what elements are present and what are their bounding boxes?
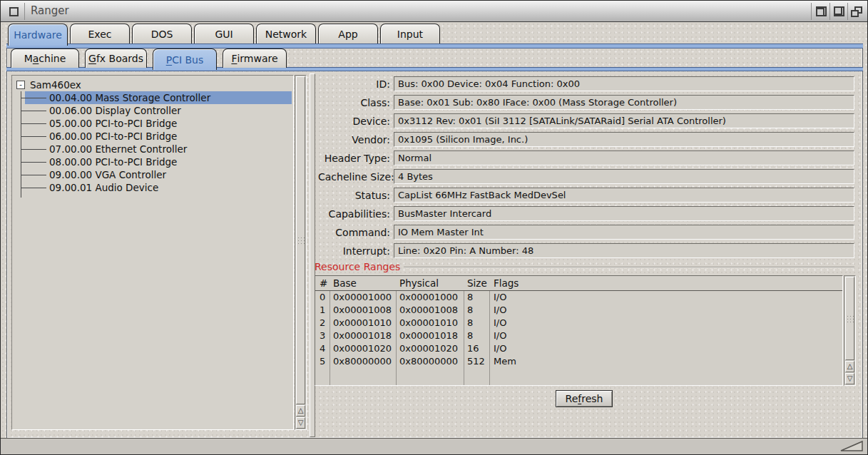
tree-scrollbar[interactable]: △ ▽ (295, 75, 307, 430)
sub-tab[interactable]: Gfx Boards (85, 48, 147, 68)
table-scrollbar[interactable]: △ ▽ (844, 275, 856, 386)
grip-dots-icon (850, 319, 851, 319)
field-label: Cacheline Size: (318, 171, 394, 183)
resource-ranges-title: Resource Ranges (315, 261, 400, 272)
tree-item[interactable]: 06.00.00 PCI-to-PCI Bridge (25, 130, 292, 143)
main-tab[interactable]: Input (380, 24, 440, 44)
field-label: Vendor: (318, 134, 394, 145)
field-value[interactable]: IO Mem Master Int (394, 225, 854, 240)
resource-ranges-group: Resource Ranges (315, 261, 854, 272)
tree-item[interactable]: 05.00.00 PCI-to-PCI Bridge (25, 117, 292, 130)
field-row: Command: IO Mem Master Int (318, 225, 854, 240)
field-value[interactable]: Normal (394, 150, 854, 165)
depth-icon (851, 6, 862, 17)
tree-item[interactable]: 00.06.00 Display Controller (25, 104, 292, 117)
titlebar-divider (811, 3, 812, 20)
main-tab[interactable]: Exec (70, 24, 130, 44)
close-gadget[interactable] (5, 4, 22, 19)
field-row: Capabilities: BusMaster Intercard (318, 206, 854, 221)
field-value[interactable]: Bus: 0x00 Device: 0x04 Function: 0x00 (394, 76, 854, 91)
column-header-flags: Flags (489, 277, 842, 289)
table-scrollbar-thumb[interactable] (845, 277, 854, 360)
tree-scrollbar-thumb[interactable] (296, 76, 305, 404)
field-row: ID: Bus: 0x00 Device: 0x04 Function: 0x0… (318, 76, 854, 91)
table-row[interactable]: 3 0x00001018 0x00001018 8 I/O (315, 329, 842, 342)
column-header-base: Base (330, 277, 396, 289)
field-label: Status: (318, 190, 394, 201)
field-label: Device: (318, 116, 394, 127)
field-value[interactable]: Line: 0x20 Pin: A Number: 48 (394, 243, 854, 258)
close-icon (9, 7, 19, 16)
main-tab[interactable]: GUI (194, 24, 254, 44)
field-label: Header Type: (318, 153, 394, 164)
field-label: Command: (318, 227, 394, 238)
zoom-icon (834, 6, 844, 16)
field-label: Interrupt: (318, 245, 394, 257)
column-divider (464, 291, 464, 385)
tree-item[interactable]: 08.00.00 PCI-to-PCI Bridge (25, 155, 292, 168)
field-row: Device: 0x3112 Rev: 0x01 (SiI 3112 [SATA… (318, 113, 854, 128)
table-row[interactable]: 4 0x00001020 0x00001020 16 I/O (315, 342, 842, 355)
window-bottom-border (1, 438, 867, 454)
tree-children: 00.04.00 Mass Storage Controller 00.06.0… (15, 91, 292, 194)
table-scroll-down-button[interactable]: ▽ (845, 373, 854, 384)
field-value[interactable]: Base: 0x01 Sub: 0x80 IFace: 0x00 (Mass S… (394, 95, 854, 110)
sub-tab-bar: Machine Gfx Boards PCI Bus Firmware (11, 48, 287, 68)
field-label: Class: (318, 97, 394, 108)
resource-ranges-table: # Base Physical Size Flags 0 0x00001000 … (315, 275, 843, 386)
table-rows: 0 0x00001000 0x00001000 8 I/O 1 0x000010… (315, 291, 842, 368)
field-value[interactable]: 4 Bytes (394, 169, 854, 184)
main-tab[interactable]: Network (256, 24, 316, 44)
column-header-number: # (315, 277, 330, 289)
table-body: 0 0x00001000 0x00001000 8 I/O 1 0x000010… (315, 291, 842, 385)
sub-tab[interactable]: Machine (11, 48, 79, 68)
zoom-gadget[interactable] (830, 4, 847, 19)
column-divider (396, 291, 397, 385)
field-label: ID: (318, 78, 394, 90)
field-value[interactable]: 0x3112 Rev: 0x01 (SiI 3112 [SATALink/SAT… (394, 113, 854, 128)
device-detail-fields: ID: Bus: 0x00 Device: 0x04 Function: 0x0… (318, 76, 854, 262)
tree-item[interactable]: 09.00.01 Audio Device (25, 181, 292, 194)
field-label: Capabilities: (318, 208, 394, 220)
field-row: Status: CapList 66MHz FastBack MedDevSel (318, 188, 854, 203)
table-scroll-up-button[interactable]: △ (845, 361, 854, 372)
main-tab[interactable]: Hardware (8, 24, 68, 46)
pci-device-tree[interactable]: - Sam460ex 00.04.00 Mass Storage Control… (11, 75, 294, 430)
table-row[interactable]: 0 0x00001000 0x00001000 8 I/O (315, 291, 842, 304)
tree-item[interactable]: 09.00.00 VGA Controller (25, 168, 292, 181)
depth-gadget[interactable] (848, 4, 865, 19)
column-divider (330, 291, 330, 385)
tree-scroll-up-button[interactable]: △ (296, 405, 305, 416)
column-divider (489, 291, 490, 385)
field-row: Class: Base: 0x01 Sub: 0x80 IFace: 0x00 … (318, 95, 854, 110)
ranger-window: Ranger Hardware Exec DOS GUI Network App… (0, 0, 868, 455)
sub-tab[interactable]: PCI Bus (153, 48, 217, 70)
table-row[interactable]: 2 0x00001010 0x00001010 8 I/O (315, 317, 842, 329)
tree-scroll-down-button[interactable]: ▽ (296, 417, 305, 429)
main-tab[interactable]: App (318, 24, 378, 44)
group-divider-line (404, 267, 854, 268)
field-value[interactable]: CapList 66MHz FastBack MedDevSel (394, 188, 854, 203)
main-tab[interactable]: DOS (132, 24, 192, 44)
iconify-icon (816, 6, 827, 16)
table-header: # Base Physical Size Flags (315, 276, 842, 291)
tree-item[interactable]: 00.04.00 Mass Storage Controller (25, 91, 292, 104)
tree-root-label: Sam460ex (30, 79, 81, 91)
titlebar[interactable]: Ranger (1, 1, 867, 22)
refresh-button[interactable]: Refresh (556, 390, 613, 407)
tree-item[interactable]: 07.00.00 Ethernet Controller (25, 143, 292, 155)
resize-icon (841, 441, 862, 451)
collapse-icon[interactable]: - (16, 81, 25, 89)
resize-gadget[interactable] (839, 440, 864, 453)
field-row: Cacheline Size: 4 Bytes (318, 169, 854, 184)
tree-root-row[interactable]: - Sam460ex (15, 78, 292, 91)
grip-dots-icon (301, 240, 302, 241)
iconify-gadget[interactable] (812, 4, 829, 19)
field-value[interactable]: BusMaster Intercard (394, 206, 854, 221)
main-tab-bar: Hardware Exec DOS GUI Network App Input (8, 24, 440, 44)
sub-tab[interactable]: Firmware (223, 48, 287, 68)
window-title: Ranger (31, 4, 69, 17)
table-row[interactable]: 5 0x80000000 0x80000000 512 Mem (315, 355, 842, 368)
field-value[interactable]: 0x1095 (Silicon Image, Inc.) (394, 132, 854, 147)
table-row[interactable]: 1 0x00001008 0x00001008 8 I/O (315, 304, 842, 317)
